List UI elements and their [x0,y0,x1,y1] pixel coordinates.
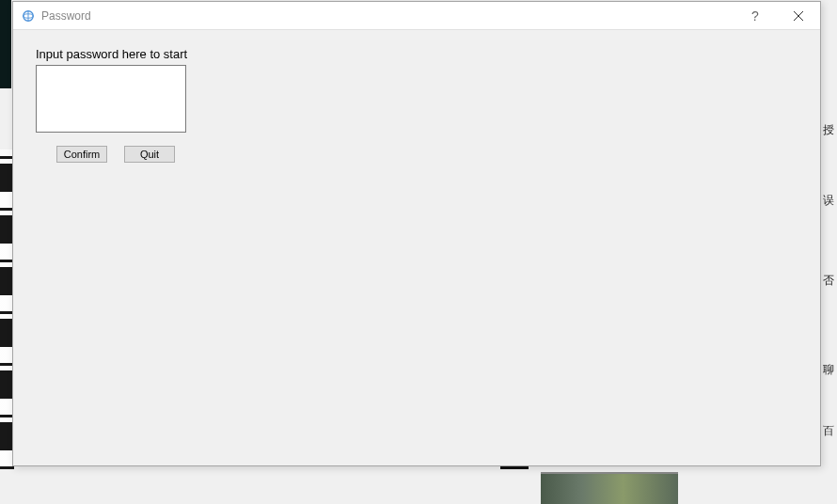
password-dialog-window: Password ? Input password here to start … [12,1,821,466]
background-text: 百 [823,423,837,439]
password-prompt-label: Input password here to start u [36,47,188,61]
background-text: 误 [823,193,837,209]
quit-button[interactable]: Quit [124,146,175,163]
background-dark-strip [0,0,11,88]
background-text: 授 [823,122,837,138]
password-input[interactable] [36,65,186,133]
background-text: 聊 [823,362,837,378]
help-button[interactable]: ? [734,2,777,30]
close-icon [794,8,803,24]
titlebar-controls: ? [734,2,820,29]
confirm-button[interactable]: Confirm [56,146,107,163]
window-title: Password [41,9,734,23]
button-row: Confirm Quit [36,146,798,163]
app-icon [21,8,36,24]
dialog-content: Input password here to start u Confirm Q… [13,30,820,180]
help-icon: ? [751,8,759,24]
background-text: 否 [823,273,837,289]
background-image-thumbnail [541,472,678,504]
close-button[interactable] [777,2,820,30]
titlebar[interactable]: Password ? [13,2,820,30]
